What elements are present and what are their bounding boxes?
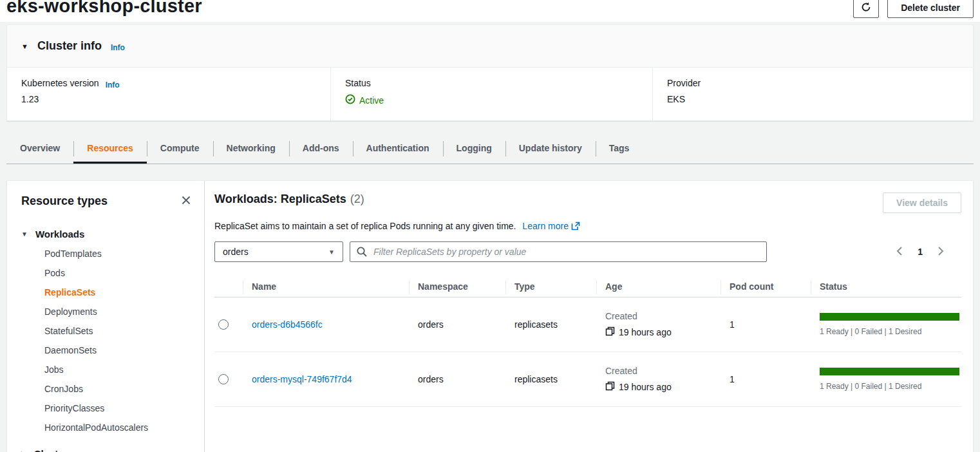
provider-label: Provider: [667, 78, 701, 88]
provider-field: Provider EKS: [652, 68, 973, 121]
cluster-info-title: Cluster info: [37, 39, 102, 53]
eks-cluster-page: eks-workshop-cluster Delete cluster ▼ Cl…: [0, 0, 980, 452]
cell-namespace: orders: [409, 374, 505, 384]
sidebar-item-deployments[interactable]: Deployments: [44, 302, 193, 321]
sidebar-item-replicasets[interactable]: ReplicaSets: [44, 283, 193, 302]
replicasets-description: ReplicaSet aims to maintain a set of rep…: [214, 220, 961, 231]
replicasets-main: Workloads: ReplicaSets(2) View details R…: [205, 181, 973, 452]
sidebar-group-workloads[interactable]: ▼ Workloads: [21, 229, 193, 240]
column-header-type: Type: [505, 281, 596, 292]
sidebar-item-daemonsets[interactable]: DaemonSets: [44, 341, 193, 360]
age-created-label: Created: [605, 366, 721, 376]
tab-authentication[interactable]: Authentication: [353, 134, 443, 164]
filter-row: orders ▼ 1: [214, 241, 961, 262]
refresh-button[interactable]: [853, 0, 879, 18]
age-value: 19 hours ago: [619, 327, 672, 337]
tab-overview[interactable]: Overview: [6, 134, 73, 164]
cluster-tabs: Overview Resources Compute Networking Ad…: [6, 134, 974, 164]
external-link-icon: [571, 222, 580, 232]
status-label: Status: [345, 78, 371, 88]
copy-icon[interactable]: [605, 381, 615, 393]
searchbox: [350, 241, 767, 262]
column-header-name: Name: [243, 281, 409, 292]
delete-cluster-button[interactable]: Delete cluster: [887, 0, 974, 18]
resources-panel: Resource types ▼ Workloads PodTemplates …: [6, 180, 974, 452]
cluster-info-info-link[interactable]: Info: [111, 43, 125, 52]
status-text: 1 Ready | 0 Failed | 1 Desired: [820, 382, 961, 391]
sidebar-item-priorityclasses[interactable]: PriorityClasses: [44, 399, 193, 418]
table-row: orders-mysql-749f67f7d4 orders replicase…: [214, 352, 961, 407]
pagination: 1: [896, 246, 961, 258]
sidebar-item-cronjobs[interactable]: CronJobs: [44, 379, 193, 399]
status-field: Status Active: [330, 68, 652, 121]
sidebar-group-cluster[interactable]: ▶ Cluster: [21, 448, 193, 452]
description-text: ReplicaSet aims to maintain a set of rep…: [214, 221, 516, 231]
filter-search-input[interactable]: [350, 241, 767, 262]
caret-down-icon: ▼: [328, 249, 335, 256]
kubernetes-version-info-link[interactable]: Info: [106, 80, 120, 89]
cell-namespace: orders: [409, 319, 505, 330]
replicasets-heading-text: Workloads: ReplicaSets: [214, 193, 346, 205]
provider-value: EKS: [667, 94, 973, 104]
view-details-button[interactable]: View details: [883, 193, 961, 213]
tab-update-history[interactable]: Update history: [505, 134, 596, 164]
column-header-pod-count: Pod count: [721, 281, 811, 292]
sidebar-item-pods[interactable]: Pods: [44, 263, 193, 283]
age-created-label: Created: [605, 311, 721, 321]
replicaset-link[interactable]: orders-mysql-749f67f7d4: [252, 374, 352, 384]
status-bar: [820, 368, 959, 375]
tab-networking[interactable]: Networking: [213, 134, 289, 164]
sidebar-group-label: Workloads: [35, 229, 84, 240]
column-header-age: Age: [596, 281, 721, 292]
sidebar-group-label: Cluster: [34, 448, 68, 452]
workloads-list: PodTemplates Pods ReplicaSets Deployment…: [21, 244, 193, 437]
tab-resources[interactable]: Resources: [73, 134, 147, 164]
learn-more-text: Learn more: [522, 221, 569, 231]
namespace-filter-dropdown[interactable]: orders ▼: [214, 241, 343, 262]
close-sidebar-button[interactable]: [180, 194, 193, 209]
replicasets-heading: Workloads: ReplicaSets(2): [214, 193, 364, 206]
chevron-right-icon: [938, 246, 945, 258]
tab-add-ons[interactable]: Add-ons: [289, 134, 353, 164]
caret-down-icon: ▼: [21, 231, 28, 238]
current-page-number[interactable]: 1: [918, 247, 923, 257]
caret-down-icon: ▼: [21, 42, 28, 50]
replicasets-table: Name Namespace Type Age Pod count Status…: [214, 276, 961, 407]
check-circle-icon: [345, 94, 355, 106]
close-icon: [181, 195, 191, 207]
column-header-status: Status: [811, 281, 961, 292]
sidebar-item-podtemplates[interactable]: PodTemplates: [44, 244, 193, 263]
column-header-namespace: Namespace: [409, 281, 505, 292]
page-header: eks-workshop-cluster Delete cluster: [0, 0, 980, 23]
kubernetes-version-value: 1.23: [21, 94, 330, 104]
cell-type: replicasets: [505, 319, 596, 330]
table-header: Name Namespace Type Age Pod count Status: [214, 276, 961, 297]
tab-tags[interactable]: Tags: [596, 134, 643, 164]
refresh-icon: [860, 1, 872, 15]
tab-logging[interactable]: Logging: [443, 134, 505, 164]
table-row: orders-d6b4566fc orders replicasets Crea…: [214, 297, 961, 352]
status-value: Active: [359, 95, 384, 106]
cell-status: 1 Ready | 0 Failed | 1 Desired: [811, 368, 961, 391]
row-radio-button[interactable]: [218, 319, 229, 330]
age-value: 19 hours ago: [619, 382, 672, 392]
learn-more-link[interactable]: Learn more: [522, 221, 580, 231]
replicaset-link[interactable]: orders-d6b4566fc: [252, 319, 323, 330]
sidebar-item-jobs[interactable]: Jobs: [44, 360, 193, 379]
page-title: eks-workshop-cluster: [6, 0, 202, 17]
copy-icon[interactable]: [605, 326, 615, 338]
sidebar-item-statefulsets[interactable]: StatefulSets: [44, 321, 193, 341]
cell-status: 1 Ready | 0 Failed | 1 Desired: [811, 313, 961, 336]
replicasets-count: (2): [350, 193, 364, 205]
sidebar-item-horizontalpodautoscalers[interactable]: HorizontalPodAutoscalers: [44, 418, 193, 437]
status-bar: [820, 313, 959, 321]
cluster-info-body: Kubernetes version Info 1.23 Status Acti…: [7, 68, 973, 121]
tab-compute[interactable]: Compute: [147, 134, 213, 164]
cluster-info-header[interactable]: ▼ Cluster info Info: [7, 25, 973, 68]
row-radio-button[interactable]: [218, 374, 229, 384]
previous-page-button[interactable]: [896, 246, 903, 258]
search-icon: [356, 246, 368, 260]
cluster-info-card: ▼ Cluster info Info Kubernetes version I…: [6, 24, 974, 121]
next-page-button[interactable]: [938, 246, 945, 258]
chevron-left-icon: [896, 246, 903, 258]
